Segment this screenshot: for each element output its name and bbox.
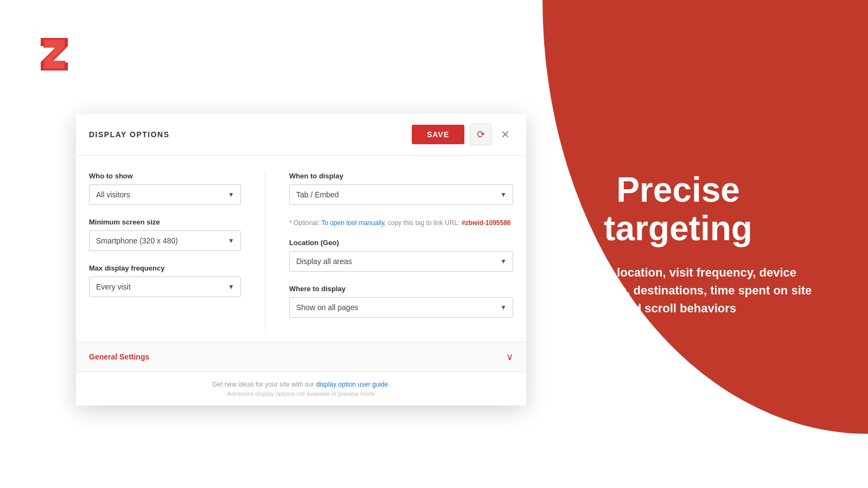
who-to-show-select[interactable]: All visitors New visitors Returning visi… (89, 184, 241, 205)
right-heading: Precise targeting (604, 171, 752, 247)
save-button[interactable]: SAVE (412, 125, 464, 144)
refresh-icon: ⟳ (477, 129, 485, 140)
min-screen-size-select[interactable]: Smartphone (320 x 480) Tablet (768 x 102… (89, 230, 241, 251)
general-settings-title: General Settings (89, 352, 149, 361)
close-icon: ✕ (501, 128, 510, 141)
optional-text: * Optional: (289, 219, 320, 227)
where-to-display-group: Where to display Show on all pages Speci… (289, 285, 513, 318)
left-column: Who to show All visitors New visitors Re… (89, 172, 241, 331)
min-screen-size-label: Minimum screen size (89, 218, 241, 226)
who-to-show-label: Who to show (89, 172, 241, 180)
footer-link[interactable]: display option user guide (316, 381, 388, 388)
min-screen-size-select-wrapper: Smartphone (320 x 480) Tablet (768 x 102… (89, 230, 241, 251)
right-subtext: Based on location, visit frequency, devi… (542, 264, 814, 317)
when-to-display-select-wrapper: Tab / Embed On load On exit On scroll ▼ (289, 184, 513, 205)
dialog-body: Who to show All visitors New visitors Re… (76, 156, 526, 342)
optional-note: * Optional: To open tool manually, copy … (289, 218, 513, 228)
max-display-freq-group: Max display frequency Every visit Once p… (89, 264, 241, 297)
general-settings-header[interactable]: General Settings ∨ (76, 342, 526, 371)
right-column: When to display Tab / Embed On load On e… (289, 172, 513, 331)
general-settings-chevron-icon: ∨ (506, 351, 513, 363)
where-to-display-select[interactable]: Show on all pages Specific pages Exclude… (289, 297, 513, 318)
dialog-header: DISPLAY OPTIONS SAVE ⟳ ✕ (76, 114, 526, 156)
general-settings-section: General Settings ∨ (76, 342, 526, 371)
footer-note: Advanced display options not available i… (89, 390, 513, 397)
footer-text: Get new ideas for your site with our dis… (89, 381, 513, 388)
max-display-freq-label: Max display frequency (89, 264, 241, 272)
min-screen-size-group: Minimum screen size Smartphone (320 x 48… (89, 218, 241, 251)
right-panel: Precise targeting Based on location, vis… (521, 0, 835, 488)
column-divider (265, 172, 265, 331)
logo-area (33, 33, 76, 78)
location-geo-select-wrapper: Display all areas Specific countries Spe… (289, 251, 513, 272)
location-geo-select[interactable]: Display all areas Specific countries Spe… (289, 251, 513, 272)
display-options-dialog: DISPLAY OPTIONS SAVE ⟳ ✕ Who to show All… (76, 114, 526, 406)
dialog-actions: SAVE ⟳ ✕ (412, 124, 513, 145)
refresh-button[interactable]: ⟳ (470, 124, 492, 145)
dialog-title: DISPLAY OPTIONS (89, 130, 170, 139)
when-to-display-group: When to display Tab / Embed On load On e… (289, 172, 513, 205)
max-display-freq-select[interactable]: Every visit Once per session Once per da… (89, 277, 241, 297)
when-to-display-select[interactable]: Tab / Embed On load On exit On scroll (289, 184, 513, 205)
where-to-display-select-wrapper: Show on all pages Specific pages Exclude… (289, 297, 513, 318)
who-to-show-select-wrapper: All visitors New visitors Returning visi… (89, 184, 241, 205)
svg-marker-3 (44, 40, 64, 68)
location-geo-label: Location (Geo) (289, 239, 513, 247)
when-to-display-label: When to display (289, 172, 513, 180)
dialog-footer: Get new ideas for your site with our dis… (76, 371, 526, 406)
location-geo-group: Location (Geo) Display all areas Specifi… (289, 239, 513, 272)
optional-tag: #zbwid-1095586 (462, 219, 511, 227)
where-to-display-label: Where to display (289, 285, 513, 293)
logo-icon (33, 33, 76, 76)
close-button[interactable]: ✕ (497, 126, 513, 143)
who-to-show-group: Who to show All visitors New visitors Re… (89, 172, 241, 205)
optional-copy-text: copy this tag to link URL: (388, 219, 460, 227)
max-display-freq-select-wrapper: Every visit Once per session Once per da… (89, 277, 241, 297)
optional-link[interactable]: To open tool manually, (321, 219, 386, 227)
